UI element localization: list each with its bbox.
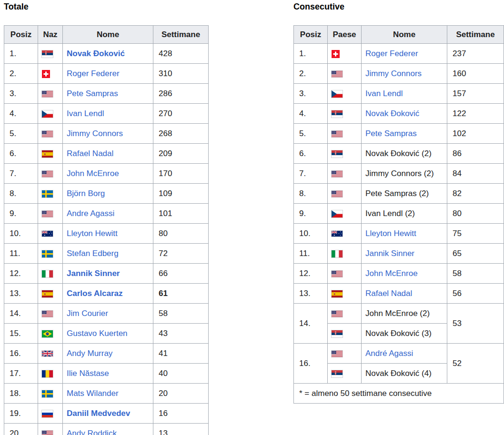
flag-usa-icon	[41, 170, 53, 178]
name-cell: Andy Roddick	[63, 424, 153, 435]
player-link[interactable]: Jimmy Connors	[365, 69, 422, 78]
table-row: 15.Gustavo Kuerten43	[4, 324, 209, 344]
name-cell: Lleyton Hewitt	[362, 224, 447, 244]
player-link[interactable]: Rafael Nadal	[365, 289, 412, 298]
player-link[interactable]: Stefan Edberg	[67, 249, 119, 258]
flag-serbia-icon	[331, 370, 343, 378]
player-link[interactable]: André Agassi	[365, 349, 413, 358]
weeks-cell: 160	[447, 64, 504, 84]
flag-sweden-icon	[41, 190, 53, 198]
rank-cell: 8.	[4, 184, 38, 204]
table-row: 1.Roger Federer237	[294, 44, 504, 64]
player-link[interactable]: Pete Sampras	[67, 89, 118, 98]
player-link[interactable]: Andy Roddick	[67, 429, 117, 435]
weeks-cell: 13	[153, 424, 209, 435]
flag-cell	[38, 324, 63, 344]
table-row: 16.Andy Murray41	[4, 344, 209, 364]
name-cell: Ivan Lendl (2)	[362, 204, 447, 224]
name-cell: Ivan Lendl	[362, 84, 447, 104]
flag-cell	[38, 264, 63, 284]
player-link[interactable]: Jim Courier	[67, 309, 108, 318]
flag-cell	[38, 424, 63, 435]
player-link[interactable]: Ilie Năstase	[67, 369, 109, 378]
table-row: 11.Stefan Edberg72	[4, 244, 209, 264]
player-link[interactable]: John McEnroe	[67, 169, 119, 178]
player-link[interactable]: Carlos Alcaraz	[67, 289, 122, 298]
player-link[interactable]: Ivan Lendl	[365, 89, 403, 98]
flag-spain-icon	[41, 150, 53, 158]
player-link[interactable]: Daniil Medvedev	[67, 409, 130, 418]
player-link[interactable]: Jimmy Connors	[67, 129, 123, 138]
player-link[interactable]: Roger Federer	[365, 49, 418, 58]
table-row: 16.André Agassi52	[294, 344, 504, 364]
rank-cell: 1.	[4, 44, 38, 64]
table-row: 12.Jannik Sinner66	[4, 264, 209, 284]
weeks-cell: 80	[153, 224, 209, 244]
flag-brazil-icon	[41, 330, 53, 338]
name-cell: Pete Sampras (2)	[362, 184, 447, 204]
player-link[interactable]: Ivan Lendl	[67, 109, 104, 118]
player-link[interactable]: Lleyton Hewitt	[67, 229, 118, 238]
player-link[interactable]: Roger Federer	[67, 69, 120, 78]
name-cell: John McEnroe	[63, 164, 153, 184]
player-link[interactable]: Rafael Nadal	[67, 149, 113, 158]
flag-cell	[328, 204, 362, 224]
player-link[interactable]: Gustavo Kuerten	[67, 329, 128, 338]
player-link[interactable]: Björn Borg	[67, 189, 105, 198]
player-link[interactable]: Jannik Sinner	[67, 269, 120, 278]
flag-russia-icon	[41, 410, 53, 418]
flag-sweden-icon	[41, 390, 53, 398]
flag-romania-icon	[41, 370, 53, 378]
name-cell: Jimmy Connors	[362, 64, 447, 84]
weeks-cell: 84	[447, 164, 504, 184]
flag-australia-icon	[331, 230, 343, 237]
weeks-cell: 157	[447, 84, 504, 104]
flag-usa-icon	[41, 430, 53, 435]
player-link[interactable]: Andy Murray	[67, 349, 112, 358]
player-link[interactable]: John McEnroe	[365, 269, 418, 278]
player-name: John McEnroe (2)	[365, 309, 430, 318]
player-link[interactable]: Mats Wilander	[67, 389, 119, 398]
table-row: 8.Pete Sampras (2)82	[294, 184, 504, 204]
rank-cell: 6.	[4, 144, 38, 164]
rank-cell: 12.	[4, 264, 38, 284]
player-link[interactable]: Novak Đoković	[365, 109, 419, 118]
rank-cell: 18.	[4, 384, 38, 404]
flag-cell	[38, 364, 63, 384]
weeks-cell: 40	[153, 364, 209, 384]
name-cell: Jimmy Connors	[63, 124, 153, 144]
table-row: 5.Pete Sampras102	[294, 124, 504, 144]
flag-usa-icon	[331, 310, 343, 317]
flag-usa-icon	[331, 130, 343, 138]
name-cell: Pete Sampras	[63, 84, 153, 104]
player-link[interactable]: Pete Sampras	[365, 129, 417, 138]
flag-cell	[38, 44, 63, 64]
flag-cell	[38, 84, 63, 104]
flag-cell	[328, 164, 362, 184]
flag-usa-icon	[41, 130, 53, 138]
player-link[interactable]: Novak Đoković	[67, 49, 125, 58]
weeks-cell: 310	[153, 64, 209, 84]
rank-cell: 16.	[294, 344, 328, 384]
weeks-cell: 237	[447, 44, 504, 64]
rank-cell: 3.	[4, 84, 38, 104]
weeks-cell: 109	[153, 184, 209, 204]
player-link[interactable]: Jannik Sinner	[365, 249, 414, 258]
table-row: 12.John McEnroe58	[294, 264, 504, 284]
rank-cell: 11.	[294, 244, 328, 264]
weeks-cell: 72	[153, 244, 209, 264]
flag-spain-icon	[41, 290, 53, 298]
weeks-cell: 43	[153, 324, 209, 344]
name-cell: Roger Federer	[63, 64, 153, 84]
name-cell: Jannik Sinner	[63, 264, 153, 284]
weeks-cell: 66	[153, 264, 209, 284]
rank-cell: 4.	[294, 104, 328, 124]
weeks-cell: 53	[447, 304, 504, 344]
player-link[interactable]: Andre Agassi	[67, 209, 114, 218]
name-cell: Novak Đoković (3)	[362, 324, 447, 344]
flag-cell	[328, 284, 362, 304]
table-row: 4.Ivan Lendl270	[4, 104, 209, 124]
weeks-cell: 41	[153, 344, 209, 364]
player-link[interactable]: Lleyton Hewitt	[365, 229, 416, 238]
consecutive-title: Consecutive	[293, 2, 504, 11]
